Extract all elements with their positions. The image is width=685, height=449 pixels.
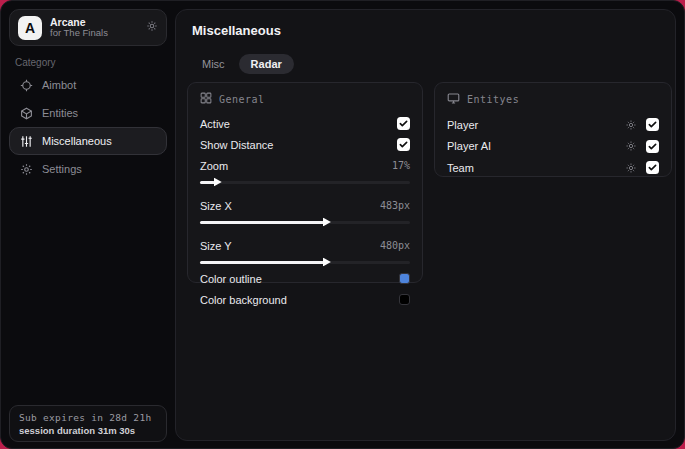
setting-row-size-x: Size X 483px bbox=[200, 195, 410, 216]
sidebar-item-settings[interactable]: Settings bbox=[9, 155, 167, 183]
app-window: A Arcane for The Finals Category bbox=[0, 0, 685, 449]
active-checkbox[interactable] bbox=[397, 117, 410, 130]
general-panel: General Active Show Distance Zoom 17% bbox=[187, 82, 423, 283]
slider-thumb[interactable] bbox=[323, 258, 331, 267]
check-icon bbox=[648, 163, 657, 172]
sidebar-item-entities[interactable]: Entities bbox=[9, 99, 167, 127]
crosshair-icon bbox=[19, 79, 33, 92]
session-duration-text: session duration 31m 30s bbox=[19, 425, 157, 436]
setting-label: Color background bbox=[200, 294, 287, 306]
setting-label: Size X bbox=[200, 200, 232, 212]
sliders-icon bbox=[19, 135, 33, 148]
check-icon bbox=[399, 140, 408, 149]
app-logo: A bbox=[18, 16, 42, 40]
setting-row-color-outline: Color outline bbox=[200, 268, 410, 289]
sidebar: A Arcane for The Finals Category bbox=[1, 1, 175, 448]
layout-grid-icon bbox=[200, 92, 212, 106]
setting-row-zoom: Zoom 17% bbox=[200, 155, 410, 176]
setting-row-active: Active bbox=[200, 113, 410, 134]
sidebar-item-miscellaneous[interactable]: Miscellaneous bbox=[9, 127, 167, 155]
check-icon bbox=[648, 142, 657, 151]
entity-label: Player bbox=[447, 119, 625, 131]
main-panel: Miscellaneous Misc Radar General Act bbox=[175, 9, 676, 441]
tab-radar[interactable]: Radar bbox=[239, 54, 294, 74]
sidebar-item-label: Settings bbox=[42, 163, 82, 175]
gear-icon bbox=[19, 163, 33, 176]
app-header-card: A Arcane for The Finals bbox=[9, 9, 167, 46]
app-subtitle: for The Finals bbox=[50, 28, 138, 39]
player-checkbox[interactable] bbox=[646, 118, 659, 131]
setting-label: Size Y bbox=[200, 240, 232, 252]
show-distance-checkbox[interactable] bbox=[397, 138, 410, 151]
gear-icon[interactable] bbox=[625, 140, 637, 152]
entities-panel: Entityes Player Player AI bbox=[434, 82, 672, 177]
sidebar-nav: Aimbot Entities Miscella bbox=[9, 71, 167, 183]
sidebar-item-label: Aimbot bbox=[42, 79, 76, 91]
team-checkbox[interactable] bbox=[646, 161, 659, 174]
sidebar-item-aimbot[interactable]: Aimbot bbox=[9, 71, 167, 99]
check-icon bbox=[399, 119, 408, 128]
entity-label: Team bbox=[447, 162, 625, 174]
color-outline-swatch[interactable] bbox=[399, 273, 410, 284]
entity-row-player-ai: Player AI bbox=[447, 136, 659, 158]
entity-label: Player AI bbox=[447, 140, 625, 152]
entity-row-player: Player bbox=[447, 114, 659, 136]
setting-row-show-distance: Show Distance bbox=[200, 134, 410, 155]
check-icon bbox=[648, 120, 657, 129]
category-label: Category bbox=[15, 57, 56, 68]
setting-row-color-background: Color background bbox=[200, 289, 410, 310]
gear-icon[interactable] bbox=[625, 162, 637, 174]
tab-bar: Misc Radar bbox=[190, 54, 294, 74]
sub-expires-text: Sub expires in 28d 21h bbox=[19, 412, 157, 423]
monitor-icon bbox=[447, 92, 460, 107]
entity-row-team: Team bbox=[447, 157, 659, 179]
setting-label: Color outline bbox=[200, 273, 262, 285]
setting-row-size-y: Size Y 480px bbox=[200, 235, 410, 256]
setting-label: Zoom bbox=[200, 160, 228, 172]
slider-thumb[interactable] bbox=[323, 218, 331, 227]
setting-label: Show Distance bbox=[200, 139, 273, 151]
color-background-swatch[interactable] bbox=[399, 294, 410, 305]
general-panel-title: General bbox=[219, 94, 265, 105]
player-ai-checkbox[interactable] bbox=[646, 140, 659, 153]
size-y-value: 480px bbox=[380, 240, 410, 251]
tab-misc[interactable]: Misc bbox=[190, 54, 237, 74]
sidebar-item-label: Entities bbox=[42, 107, 78, 119]
size-x-slider[interactable] bbox=[200, 216, 410, 228]
gear-icon[interactable] bbox=[625, 119, 637, 131]
cube-icon bbox=[19, 107, 33, 120]
size-y-slider[interactable] bbox=[200, 256, 410, 268]
subscription-info-card: Sub expires in 28d 21h session duration … bbox=[9, 405, 167, 442]
setting-label: Active bbox=[200, 118, 230, 130]
size-x-value: 483px bbox=[380, 200, 410, 211]
page-title: Miscellaneous bbox=[192, 23, 281, 38]
sidebar-item-label: Miscellaneous bbox=[42, 135, 112, 147]
entities-panel-title: Entityes bbox=[467, 94, 519, 105]
zoom-slider[interactable] bbox=[200, 176, 410, 188]
slider-thumb[interactable] bbox=[214, 178, 222, 187]
gear-icon[interactable] bbox=[146, 20, 158, 35]
zoom-value: 17% bbox=[392, 160, 410, 171]
